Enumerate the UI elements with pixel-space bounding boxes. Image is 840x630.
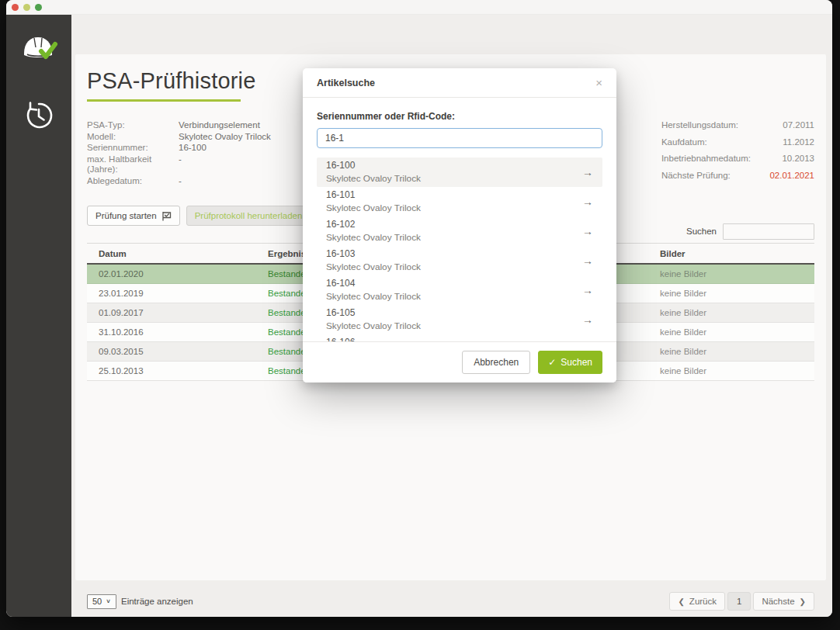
sidebar-item-history[interactable] [19, 99, 59, 136]
search-result-item[interactable]: 16-103 Skylotec Ovaloy Trilock → [317, 246, 602, 275]
cell-images: keine Bilder [648, 327, 814, 337]
result-model-name: Skylotec Ovaloy Trilock [326, 320, 421, 333]
info-value: 07.2011 [766, 120, 814, 137]
arrow-right-icon: → [582, 166, 593, 178]
zoom-traffic-light-icon[interactable] [35, 4, 42, 11]
arrow-right-icon: → [582, 284, 593, 296]
result-serial-number: 16-106 [326, 336, 421, 341]
pagination-prev-button[interactable]: ❮ Zurück [669, 592, 725, 611]
title-underline [87, 99, 241, 102]
cancel-button[interactable]: Abbrechen [462, 351, 530, 374]
info-label: Inbetriebnahmedatum: [661, 154, 751, 170]
cell-images: keine Bilder [648, 269, 814, 279]
result-model-name: Skylotec Ovaloy Trilock [326, 231, 421, 244]
info-label: max. Haltbarkeit (Jahre): [87, 154, 179, 175]
info-value: 11.2012 [766, 137, 814, 154]
search-result-item[interactable]: 16-106 Skylotec Ovaloy Trilock → [317, 334, 602, 341]
search-result-item[interactable]: 16-100 Skylotec Ovaloy Trilock → [317, 158, 602, 187]
sidebar-item-home[interactable] [19, 32, 59, 69]
info-value: - [179, 176, 271, 187]
result-serial-number: 16-104 [326, 277, 421, 290]
helmet-check-icon [19, 32, 58, 69]
close-icon[interactable]: × [595, 78, 602, 88]
search-result-item[interactable]: 16-101 Skylotec Ovaloy Trilock → [317, 187, 602, 216]
titlebar [6, 0, 832, 15]
pagination-page-number: 1 [737, 597, 741, 606]
pagination-next-button[interactable]: Nächste ❯ [753, 592, 814, 611]
arrow-right-icon: → [582, 196, 593, 208]
pagination: ❮ Zurück 1 Nächste ❯ [669, 592, 814, 611]
info-label: Nächste Prüfung: [661, 171, 751, 187]
search-label: Suchen [686, 227, 717, 236]
history-icon [23, 99, 55, 135]
search-input[interactable] [723, 223, 814, 240]
cell-date: 23.01.2019 [87, 289, 256, 298]
entries-label: Einträge anzeigen [121, 597, 193, 606]
search-result-item[interactable]: 16-102 Skylotec Ovaloy Trilock → [317, 216, 602, 246]
check-flag-icon [161, 211, 172, 221]
equipment-info-left: PSA-Typ: Verbindungselement Modell: Skyl… [87, 120, 271, 186]
cell-date: 09.03.2015 [87, 347, 256, 356]
submit-search-label: Suchen [561, 357, 592, 368]
info-value: 16-100 [179, 143, 271, 154]
serial-search-input[interactable] [317, 128, 602, 148]
cell-date: 02.01.2020 [87, 269, 256, 279]
sidebar [6, 15, 71, 617]
arrow-right-icon: → [582, 225, 593, 237]
info-value: - [179, 154, 271, 175]
result-serial-number: 16-103 [326, 248, 421, 261]
pagination-page-button[interactable]: 1 [727, 592, 751, 611]
minimize-traffic-light-icon[interactable] [23, 4, 30, 11]
page-size-select[interactable]: 50 ∨ [87, 594, 116, 609]
column-header-images[interactable]: Bilder [648, 244, 814, 263]
info-label: Ablegedatum: [87, 176, 179, 187]
search-result-item[interactable]: 16-105 Skylotec Ovaloy Trilock → [317, 305, 602, 334]
chevron-right-icon: ❯ [800, 597, 806, 606]
result-model-name: Skylotec Ovaloy Trilock [326, 261, 421, 274]
check-icon: ✓ [548, 357, 556, 368]
cell-images: keine Bilder [648, 289, 814, 298]
pagination-prev-label: Zurück [689, 597, 717, 606]
table-footer: 50 ∨ Einträge anzeigen ❮ Zurück 1 Nächst… [75, 586, 826, 617]
info-value: Verbindungselement [179, 120, 271, 131]
cell-date: 31.10.2016 [87, 327, 256, 337]
download-report-label: Prüfprotokoll herunterladen [195, 211, 303, 220]
column-header-date[interactable]: Datum [87, 244, 256, 263]
start-inspection-button[interactable]: Prüfung starten [87, 206, 180, 226]
result-serial-number: 16-105 [326, 306, 421, 320]
cell-images: keine Bilder [648, 347, 814, 356]
close-traffic-light-icon[interactable] [12, 4, 19, 11]
search-results-list: 16-100 Skylotec Ovaloy Trilock → 16-101 … [317, 158, 602, 341]
cell-date: 01.09.2017 [87, 308, 256, 317]
cell-images: keine Bilder [648, 366, 814, 376]
equipment-info-right: Herstellungsdatum: 07.2011 Kaufdatum: 11… [661, 120, 814, 186]
info-value: Skylotec Ovaloy Trilock [179, 132, 271, 143]
chevron-down-icon: ∨ [106, 598, 111, 604]
info-label: Modell: [87, 132, 179, 143]
info-label: PSA-Typ: [87, 120, 179, 131]
page-size-value: 50 [92, 597, 102, 606]
info-value: 10.2013 [766, 154, 814, 170]
arrow-right-icon: → [582, 254, 593, 267]
chevron-left-icon: ❮ [678, 597, 684, 606]
info-label: Seriennummer: [87, 143, 179, 154]
result-model-name: Skylotec Ovaloy Trilock [326, 172, 421, 185]
result-serial-number: 16-100 [326, 159, 421, 172]
pagination-next-label: Nächste [762, 597, 794, 606]
info-label: Kaufdatum: [661, 137, 751, 154]
result-serial-number: 16-101 [326, 189, 421, 202]
serial-field-label: Seriennummer oder Rfid-Code: [317, 111, 602, 122]
cell-date: 25.10.2013 [87, 366, 256, 376]
info-value: 02.01.2021 [766, 171, 814, 187]
submit-search-button[interactable]: ✓ Suchen [538, 351, 602, 374]
result-model-name: Skylotec Ovaloy Trilock [326, 290, 421, 303]
result-model-name: Skylotec Ovaloy Trilock [326, 202, 421, 215]
info-label: Herstellungsdatum: [661, 120, 751, 137]
cell-images: keine Bilder [648, 308, 814, 317]
result-serial-number: 16-102 [326, 218, 421, 231]
search-result-item[interactable]: 16-104 Skylotec Ovaloy Trilock → [317, 275, 602, 305]
dialog-title: Artikelsuche [317, 78, 375, 88]
arrow-right-icon: → [582, 313, 593, 326]
article-search-dialog: Artikelsuche × Seriennummer oder Rfid-Co… [303, 68, 616, 382]
start-inspection-label: Prüfung starten [95, 211, 157, 220]
